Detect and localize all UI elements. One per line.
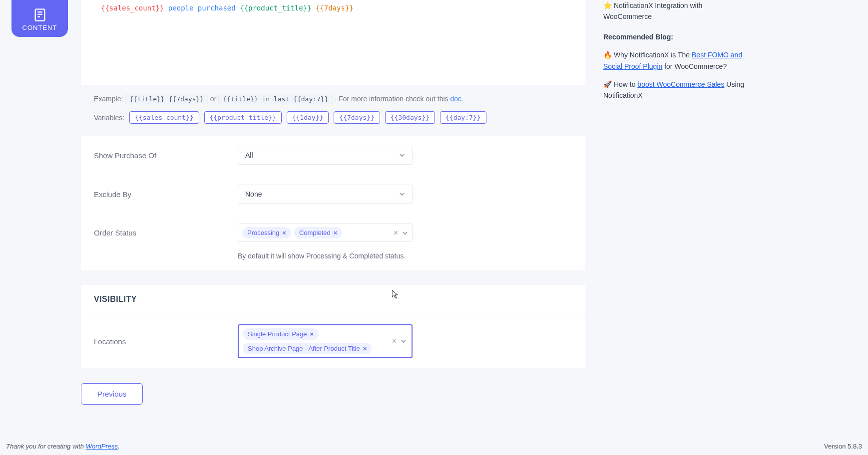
document-icon: [33, 8, 47, 22]
template-token-text: people purchased: [164, 4, 240, 12]
sidebar-blog-link-2[interactable]: boost WooCommerce Sales: [637, 80, 724, 88]
tag-remove-icon[interactable]: ×: [282, 229, 286, 236]
chevron-down-icon: [399, 191, 405, 197]
exclude-by-value: None: [245, 190, 262, 198]
template-token-sales: {{sales_count}}: [101, 4, 164, 12]
previous-button[interactable]: Previous: [81, 383, 143, 405]
version-text: Version 5.8.3: [824, 443, 862, 450]
footer-credits: Thank you for creating with WordPress.: [6, 443, 120, 450]
chevron-down-icon: [399, 152, 405, 158]
content-tab[interactable]: CONTENT: [11, 0, 68, 37]
location-tag: Single Product Page ×: [243, 328, 319, 340]
clear-all-icon[interactable]: ×: [394, 228, 398, 237]
example-code-2: {{title}} in last {{day:7}}: [218, 94, 333, 104]
show-purchase-label: Show Purchase Of: [94, 151, 238, 160]
exclude-by-select[interactable]: None: [238, 185, 413, 204]
template-token-product: {{product_title}}: [240, 4, 311, 12]
example-code-1: {{title}} {{7days}}: [125, 94, 208, 104]
chevron-down-icon: [401, 338, 407, 344]
tag-remove-icon[interactable]: ×: [334, 229, 338, 236]
tag-remove-icon[interactable]: ×: [363, 345, 367, 352]
variable-chip[interactable]: {{day:7}}: [440, 111, 486, 124]
sidebar-doc-link[interactable]: ⭐ NotificationX Integration with WooComm…: [603, 0, 748, 22]
order-status-label: Order Status: [94, 228, 238, 237]
order-status-help: By default it will show Processing & Com…: [81, 252, 585, 270]
exclude-by-label: Exclude By: [94, 190, 238, 199]
sidebar-blog-1: 🔥 Why NotificationX is The Best FOMO and…: [603, 49, 748, 72]
content-tab-label: CONTENT: [22, 24, 57, 31]
variable-chip[interactable]: {{product_title}}: [204, 111, 282, 124]
sidebar-blog-2: 🚀 How to boost WooCommerce Sales Using N…: [603, 79, 748, 101]
order-status-select[interactable]: Processing × Completed × ×: [238, 224, 413, 242]
variable-chip[interactable]: {{sales_count}}: [129, 111, 199, 124]
example-text: Example: {{title}} {{7days}} or {{title}…: [94, 93, 565, 105]
variable-chip[interactable]: {{30days}}: [385, 111, 435, 124]
variable-chip[interactable]: {{7days}}: [334, 111, 380, 124]
variable-chip[interactable]: {{1day}}: [287, 111, 329, 124]
wordpress-link[interactable]: WordPress: [86, 443, 118, 450]
show-purchase-select[interactable]: All: [238, 146, 413, 165]
doc-link[interactable]: doc: [450, 95, 462, 103]
sidebar: ⭐ NotificationX Integration with WooComm…: [603, 0, 748, 108]
variables-label: Variables:: [94, 114, 124, 122]
order-status-tag: Completed ×: [294, 227, 342, 238]
visibility-heading: VISIBILITY: [94, 295, 572, 304]
location-tag: Shop Archive Page - After Product Title …: [243, 343, 372, 354]
locations-select[interactable]: Single Product Page × Shop Archive Page …: [238, 324, 413, 358]
show-purchase-value: All: [245, 151, 253, 159]
clear-all-icon[interactable]: ×: [392, 337, 397, 346]
template-editor[interactable]: {{sales_count}} people purchased {{produ…: [81, 0, 585, 85]
tag-remove-icon[interactable]: ×: [310, 330, 314, 338]
locations-label: Locations: [94, 337, 238, 346]
sidebar-heading: Recommended Blog:: [603, 31, 748, 42]
order-status-tag: Processing ×: [242, 227, 291, 238]
template-token-days: {{7days}}: [316, 4, 354, 12]
chevron-down-icon: [402, 230, 408, 236]
